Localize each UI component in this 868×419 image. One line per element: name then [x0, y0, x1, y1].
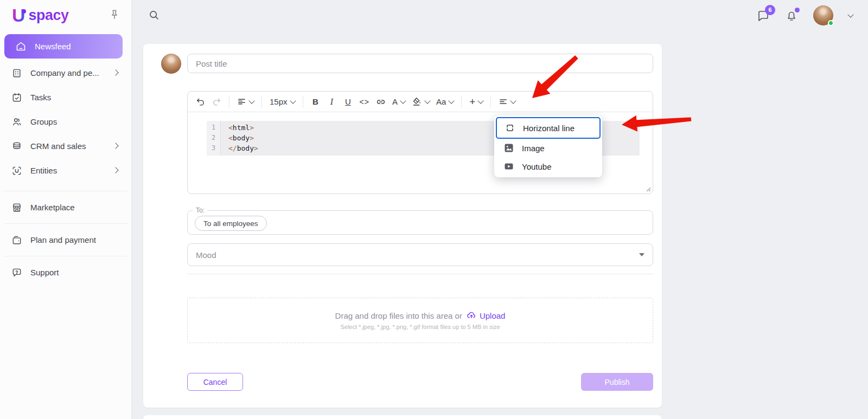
code-button[interactable]: <> [358, 94, 372, 109]
sidebar-item-label: Support [30, 268, 59, 277]
app-logo[interactable]: U spacy [12, 5, 69, 25]
chevron-right-icon [112, 69, 118, 75]
cancel-button[interactable]: Cancel [187, 373, 243, 391]
plus-glyph: + [469, 96, 475, 108]
chevron-down-icon [400, 98, 406, 104]
sidebar-item-label: Newsfeed [35, 42, 71, 51]
upload-button[interactable]: Upload [467, 311, 506, 320]
sidebar-item-tasks[interactable]: Tasks [0, 85, 132, 109]
crm-database-icon [11, 140, 22, 152]
line-numbers: 1 2 3 [207, 121, 221, 156]
chevron-right-icon [112, 167, 118, 173]
line-number: 3 [207, 143, 220, 153]
sidebar-item-entities[interactable]: Entities [0, 158, 132, 183]
toolbar-separator [303, 96, 303, 108]
code-line: <body> [228, 133, 258, 143]
menu-item-label: Image [522, 144, 545, 153]
undo-button[interactable] [193, 94, 207, 109]
sidebar-item-marketplace[interactable]: Marketplace [0, 195, 132, 220]
next-post-card [143, 415, 662, 419]
sidebar-item-company[interactable]: Company and pe... [0, 61, 132, 85]
composer-avatar [161, 54, 181, 74]
recipients-field[interactable]: To: To all employees [187, 207, 653, 235]
topbar-actions: 6 [757, 0, 853, 31]
divider [4, 191, 127, 191]
upload-label: Upload [480, 311, 506, 320]
notifications-button[interactable] [785, 9, 798, 22]
messages-button[interactable]: 6 [757, 9, 770, 22]
redo-button[interactable] [209, 94, 224, 109]
editor-toolbar: 15px B I U <> A Aa [188, 92, 653, 112]
chevron-right-icon [112, 143, 118, 149]
insert-button[interactable]: + [467, 94, 485, 109]
wallet-icon [11, 234, 22, 246]
post-composer-card: 15px B I U <> A Aa [143, 44, 662, 408]
mood-select[interactable]: Mood [187, 243, 653, 266]
search-icon[interactable] [148, 9, 160, 21]
resize-handle[interactable] [644, 185, 651, 192]
file-dropzone[interactable]: Drag and drop files into this area or Up… [187, 298, 653, 343]
notification-dot [795, 8, 800, 12]
toolbar-separator [490, 96, 491, 108]
menu-item-label: Youtube [522, 162, 552, 171]
divider [4, 223, 127, 224]
sidebar: U spacy Newsfeed Company and pe... [0, 0, 132, 419]
bold-button[interactable]: B [309, 94, 323, 109]
toolbar-separator [261, 96, 262, 108]
user-avatar[interactable] [813, 5, 833, 25]
align-left-button[interactable] [235, 94, 256, 109]
font-case-button[interactable]: Aa [434, 94, 456, 109]
caret-down-icon [639, 253, 644, 256]
support-icon [11, 267, 22, 278]
marketplace-icon [11, 202, 22, 213]
recipient-chip[interactable]: To all employees [195, 216, 267, 231]
dropzone-text: Drag and drop files into this area or [335, 311, 462, 320]
sidebar-item-crm[interactable]: CRM and sales [0, 134, 132, 158]
code-line: <html> [228, 123, 258, 133]
organization-icon [11, 67, 22, 79]
sidebar-item-newsfeed[interactable]: Newsfeed [4, 34, 123, 59]
chevron-down-icon [290, 98, 296, 104]
chevron-down-icon[interactable] [847, 11, 853, 17]
font-color-button[interactable]: A [390, 94, 407, 109]
groups-icon [11, 116, 22, 127]
menu-item-image[interactable]: Image [496, 139, 601, 157]
font-color-glyph: A [392, 97, 398, 106]
background-color-button[interactable] [410, 94, 432, 109]
post-title-input[interactable] [187, 54, 653, 73]
menu-item-youtube[interactable]: Youtube [496, 157, 601, 176]
topbar: 6 [132, 0, 868, 31]
messages-count-badge: 6 [765, 5, 775, 15]
line-number: 1 [207, 123, 220, 133]
font-size-value: 15px [270, 97, 288, 106]
sidebar-item-label: Marketplace [30, 203, 75, 212]
sidebar-item-label: Groups [30, 117, 57, 126]
chevron-down-icon [449, 98, 455, 104]
chevron-down-icon [248, 98, 254, 104]
image-icon [503, 143, 514, 153]
horizontal-line-icon [505, 123, 515, 133]
publish-button[interactable]: Publish [581, 373, 653, 391]
underline-button[interactable]: U [341, 94, 355, 109]
link-button[interactable] [374, 94, 388, 109]
menu-item-horizontal-line[interactable]: Horizontal line [496, 117, 601, 139]
sidebar-item-label: Tasks [30, 93, 51, 102]
tasks-calendar-icon [11, 92, 22, 103]
dropzone-hint: Select *.jpeg, *.jpg, *.png, *.gif forma… [340, 324, 500, 330]
sidebar-item-groups[interactable]: Groups [0, 109, 132, 134]
youtube-icon [503, 161, 514, 172]
logo-text: spacy [29, 7, 69, 24]
sidebar-item-label: Plan and payment [30, 235, 96, 244]
home-icon [15, 41, 27, 52]
font-size-select[interactable]: 15px [267, 94, 297, 109]
paragraph-style-button[interactable] [496, 94, 518, 109]
divider [187, 274, 653, 274]
sidebar-nav: Company and pe... Tasks Groups [0, 61, 132, 285]
sidebar-item-plan-payment[interactable]: Plan and payment [0, 228, 132, 252]
divider [4, 256, 127, 256]
sidebar-item-support[interactable]: Support [0, 260, 132, 285]
menu-item-label: Horizontal line [523, 124, 575, 133]
recipients-label: To: [193, 207, 207, 214]
pin-sidebar-icon[interactable] [108, 9, 120, 21]
italic-button[interactable]: I [325, 94, 339, 109]
